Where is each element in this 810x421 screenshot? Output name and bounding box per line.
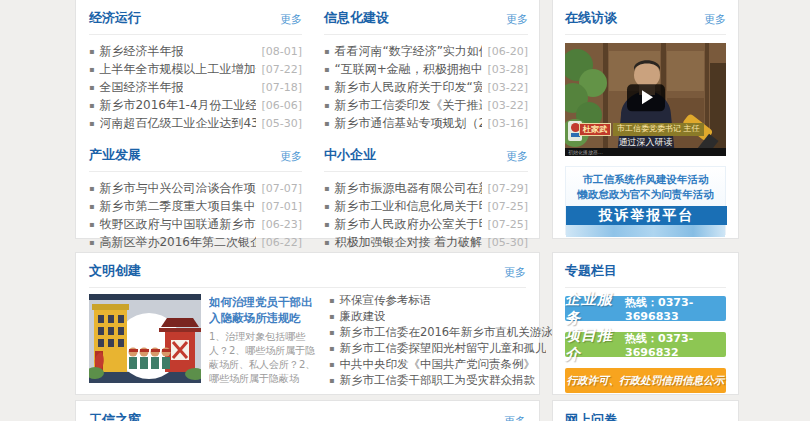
bullet-icon: ▪ [89, 83, 94, 92]
news-item: ▪ 新乡市人民政府关于印发“宽带新乡”行动计划 [03-22] [324, 78, 528, 96]
news-date: [07-07] [256, 182, 302, 195]
more-link-sme[interactable]: 更多 [506, 149, 528, 164]
banner-skyline-image [566, 225, 725, 237]
section-title-economy: 经济运行 [89, 9, 141, 27]
news-link[interactable]: 新乡市工业和信息化局关于印发《2014年担保公司、小 [334, 198, 482, 215]
news-link[interactable]: 上半年全市规模以上工业增加值同比增长8.3% [99, 61, 256, 78]
news-link[interactable]: 河南超百亿级工业企业达到43家 [99, 115, 256, 132]
bullet-icon: ▪ [89, 101, 94, 110]
news-link[interactable]: 全国经济半年报 [99, 79, 183, 96]
section-title-window: 工信之窗 [89, 411, 141, 421]
online-survey-panel: 网上问卷 [552, 400, 739, 421]
news-link[interactable]: 新乡市工信委印发《关于推进“互联网+制造业”的实 [334, 97, 482, 114]
banner-enterprise-service[interactable]: 企业服务 热线：0373-3696833 [565, 296, 726, 321]
news-item: ▪ 新乡经济半年报 [08-01] [89, 42, 302, 60]
news-date: [06-22] [256, 236, 302, 249]
special-columns-panel: 专题栏目 企业服务 热线：0373-3696833 项目推介 热线：0373-3… [552, 252, 739, 395]
news-date: [06-06] [256, 99, 302, 112]
civilization-panel: 文明创建 更多 [75, 252, 540, 395]
news-item: ▪ 牧野区政府与中国联通新乡市分公司达成战略合作共识 [06-23] [89, 215, 302, 233]
news-link[interactable]: 新乡市通信基站专项规划（2016－2020）通过专家评 [334, 115, 482, 132]
news-date: [03-16] [482, 117, 528, 130]
news-date: [07-25] [482, 218, 528, 231]
industry-window-panel: 工信之窗 更多 [75, 400, 540, 421]
bullet-icon: ▪ [89, 202, 94, 211]
banner-hotline: 热线：0373-3696833 [625, 295, 726, 323]
news-link[interactable]: 新乡市振源电器有限公司在新三板成功挂牌 [334, 180, 482, 197]
news-link[interactable]: 高新区举办2016年第二次银企对接暨新三板培训会 [99, 234, 256, 251]
more-link-informatization[interactable]: 更多 [506, 12, 528, 27]
banner-label: 行政许可、行政处罚信用信息公示 [567, 374, 725, 388]
bullet-icon: ▪ [89, 47, 94, 56]
news-link[interactable]: 新乡市人民政府关于印发“宽带新乡”行动计划 [334, 79, 482, 96]
news-item: ▪ 新乡市通信基站专项规划（2016－2020）通过专家评 [03-16] [324, 114, 528, 132]
video-caption-bar: 杜家武 市工信委党委书记 主任 [579, 123, 704, 136]
bullet-icon: ▪ [324, 202, 329, 211]
bullet-icon: ▪ [324, 119, 329, 128]
bullet-icon: ▪ [329, 360, 334, 369]
bullet-icon: ▪ [329, 312, 334, 321]
news-item: ▪ 上半年全市规模以上工业增加值同比增长8.3% [07-22] [89, 60, 302, 78]
news-item: ▪ 新乡市2016年1-4月份工业经济运行情况 [06-06] [89, 96, 302, 114]
more-link-civilization[interactable]: 更多 [504, 265, 526, 280]
news-date: [06-23] [256, 218, 302, 231]
news-item: ▪ 新乡市振源电器有限公司在新三板成功挂牌 [07-29] [324, 179, 528, 197]
news-link[interactable]: 廉政建设 [339, 309, 385, 324]
news-list-economy: ▪ 新乡经济半年报 [08-01] ▪ 上半年全市规模以上工业增加值同比增长8.… [89, 42, 302, 132]
news-link[interactable]: 新乡市第二季度重大项目集中开工 [99, 198, 256, 215]
bullet-icon: ▪ [324, 47, 329, 56]
news-link[interactable]: 中共中央印发《中国共产党问责条例》 [339, 357, 535, 372]
bullet-icon: ▪ [324, 238, 329, 247]
news-link[interactable]: 新乡经济半年报 [99, 43, 183, 60]
interview-video-thumbnail[interactable]: 杜家武 市工信委党委书记 主任 通过深入研读 初始化播放器... [565, 43, 726, 156]
civilization-cartoon-image[interactable] [89, 294, 201, 383]
bullet-icon: ▪ [329, 296, 334, 305]
news-date: [07-01] [256, 200, 302, 213]
bullet-icon: ▪ [89, 184, 94, 193]
news-link[interactable]: 新乡市2016年1-4月份工业经济运行情况 [99, 97, 256, 114]
more-link-interview[interactable]: 更多 [704, 12, 726, 27]
complaint-report-banner[interactable]: 市工信系统作风建设年活动 懒政怠政为官不为问责年活动 投诉举报平台 [565, 166, 726, 235]
bullet-icon: ▪ [324, 65, 329, 74]
play-button-icon[interactable] [627, 84, 665, 111]
section-title-civilization: 文明创建 [89, 262, 141, 280]
more-link-economy[interactable]: 更多 [280, 12, 302, 27]
news-item: ▪ 高新区举办2016年第二次银企对接暨新三板培训会 [06-22] [89, 233, 302, 251]
banner-project-promotion[interactable]: 项目推介 热线：0373-3696832 [565, 332, 726, 357]
section-economy: 经济运行 更多 ▪ 新乡经济半年报 [08-01] [89, 0, 302, 132]
complaint-platform-button[interactable]: 投诉举报平台 [566, 206, 727, 225]
news-link[interactable]: 新乡市工信委探望阳光村留守儿童和孤儿 [339, 341, 546, 356]
news-item: ▪ 新乡市与中兴公司洽谈合作项目 [07-07] [89, 179, 302, 197]
section-title-special: 专题栏目 [565, 262, 617, 280]
news-link[interactable]: 新乡市与中兴公司洽谈合作项目 [99, 180, 256, 197]
news-date: [08-01] [256, 45, 302, 58]
news-date: [05-30] [482, 236, 528, 249]
news-item: ▪ “互联网+金融，积极拥抱中小企业共赢2016新契 [03-28] [324, 60, 528, 78]
news-link[interactable]: 牧野区政府与中国联通新乡市分公司达成战略合作共识 [99, 216, 256, 233]
news-link[interactable]: “互联网+金融，积极拥抱中小企业共赢2016新契 [334, 61, 482, 78]
section-title-survey: 网上问卷 [565, 411, 617, 421]
bullet-icon: ▪ [329, 344, 334, 353]
news-date: [07-22] [256, 63, 302, 76]
news-date: [05-30] [256, 117, 302, 130]
news-item: ▪ 积极加强银企对接 着力破解融资困难 [05-30] [324, 233, 528, 251]
complaint-line1: 市工信系统作风建设年活动 [566, 167, 725, 187]
section-sme: 中小企业 更多 ▪ 新乡市振源电器有限公司在新三板成功挂牌 [07-29] [324, 135, 528, 251]
banner-credit-info-disclosure[interactable]: 行政许可、行政处罚信用信息公示 [565, 368, 726, 393]
news-date: [07-29] [482, 182, 528, 195]
news-panel: 经济运行 更多 ▪ 新乡经济半年报 [08-01] [75, 0, 540, 239]
news-link[interactable]: 新乡市人民政府办公室关于印发新乡市小额贷款公司风 [334, 216, 482, 233]
more-link-window[interactable]: 更多 [504, 414, 526, 421]
bullet-icon: ▪ [329, 328, 334, 337]
news-link[interactable]: 看看河南“数字经济”实力如何 [334, 43, 482, 60]
section-industry: 产业发展 更多 ▪ 新乡市与中兴公司洽谈合作项目 [07-07] [89, 135, 302, 269]
news-link[interactable]: 新乡市工信委干部职工为受灾群众捐款 [339, 373, 535, 388]
featured-article-title[interactable]: 如何治理党员干部出入隐蔽场所违规吃喝？看新乡 [209, 294, 317, 326]
news-link[interactable]: 积极加强银企对接 着力破解融资困难 [334, 234, 482, 251]
banner-hotline: 热线：0373-3696832 [625, 331, 726, 359]
video-player-bar[interactable]: 初始化播放器... [565, 148, 726, 156]
section-title-industry: 产业发展 [89, 146, 141, 164]
more-link-industry[interactable]: 更多 [280, 149, 302, 164]
complaint-line2: 懒政怠政为官不为问责年活动 [566, 187, 725, 202]
news-link[interactable]: 环保宣传参考标语 [339, 293, 431, 308]
